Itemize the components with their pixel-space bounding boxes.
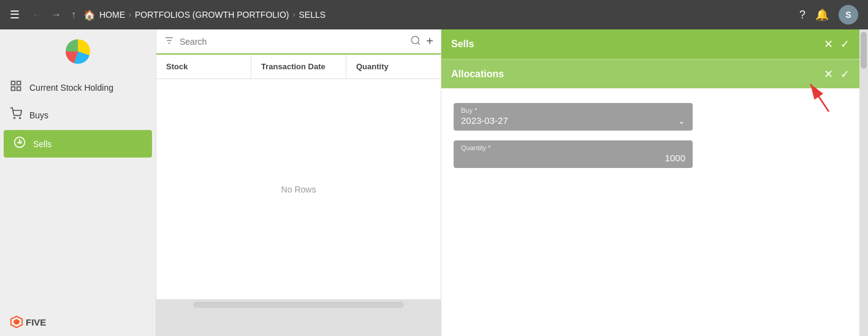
svg-rect-2: [17, 87, 21, 91]
sells-panel-header: Sells ✕ ✓: [441, 29, 859, 59]
app-logo-icon: [66, 39, 90, 64]
forward-button[interactable]: →: [49, 7, 64, 23]
breadcrumb-portfolios[interactable]: PORTFOLIOS (GROWTH PORTFOLIO): [135, 10, 289, 20]
quantity-label: Quantity *: [461, 144, 685, 151]
svg-rect-1: [17, 82, 21, 85]
bell-icon[interactable]: 🔔: [815, 8, 829, 21]
current-stock-icon: [10, 80, 22, 95]
right-scrollbar[interactable]: [859, 29, 868, 336]
table-bottom-bar: [156, 318, 441, 336]
sidebar: Current Stock Holding Buys: [0, 29, 156, 336]
menu-icon[interactable]: ☰: [10, 8, 20, 21]
sells-panel-title: Sells: [451, 39, 824, 50]
scrollbar-thumb: [861, 32, 867, 69]
five-logo: FIVE: [10, 315, 146, 329]
top-navigation: ☰ ← → ↑ 🏠 HOME › PORTFOLIOS (GROWTH PORT…: [0, 0, 868, 29]
five-logo-text: FIVE: [26, 317, 46, 327]
quantity-field-wrapper: Quantity * 1000: [454, 140, 693, 168]
breadcrumb-separator-2: ›: [293, 10, 295, 19]
search-icon[interactable]: [410, 35, 421, 48]
sidebar-item-current-stock[interactable]: Current Stock Holding: [0, 74, 156, 101]
svg-line-13: [418, 42, 420, 44]
help-icon[interactable]: ?: [799, 9, 805, 21]
sidebar-label-current-stock: Current Stock Holding: [29, 83, 113, 93]
buy-value-row: 2023-03-27 ⌄: [461, 115, 685, 126]
table-body: No Rows: [156, 79, 441, 299]
back-button[interactable]: ←: [29, 7, 44, 23]
search-toolbar: +: [156, 29, 441, 55]
breadcrumb: 🏠 HOME › PORTFOLIOS (GROWTH PORTFOLIO) ›…: [83, 9, 794, 21]
five-logo-icon: [10, 315, 23, 329]
nav-icons: ? 🔔 S: [799, 5, 858, 25]
svg-point-12: [412, 36, 419, 44]
buy-label: Buy *: [461, 107, 685, 114]
sidebar-footer: FIVE: [0, 308, 156, 336]
empty-message: No Rows: [281, 185, 316, 194]
col-header-transaction-date: Transaction Date: [251, 55, 346, 78]
sells-confirm-button[interactable]: ✓: [840, 37, 850, 51]
col-header-quantity: Quantity: [346, 55, 441, 78]
buy-value: 2023-03-27: [461, 115, 508, 126]
quantity-field: Quantity * 1000: [454, 140, 693, 168]
col-header-stock: Stock: [156, 55, 251, 78]
svg-point-4: [14, 118, 15, 119]
table-header: Stock Transaction Date Quantity: [156, 55, 441, 79]
content-area: + Stock Transaction Date Quantity No Row…: [156, 29, 441, 336]
add-button[interactable]: +: [426, 34, 433, 48]
sells-icon: [13, 136, 26, 151]
filter-icon[interactable]: [164, 35, 175, 48]
sells-close-button[interactable]: ✕: [824, 37, 833, 51]
buy-dropdown-arrow[interactable]: ⌄: [678, 116, 685, 126]
quantity-value: 1000: [461, 153, 685, 163]
svg-rect-3: [12, 87, 15, 91]
sidebar-item-sells[interactable]: Sells: [4, 130, 152, 158]
sidebar-label-sells: Sells: [33, 139, 51, 149]
allocations-panel-header: Allocations ✕ ✓: [441, 59, 859, 88]
table-footer: [156, 299, 441, 318]
sidebar-logo: [0, 29, 156, 74]
buy-field: Buy * 2023-03-27 ⌄: [454, 103, 693, 131]
sidebar-nav: Current Stock Holding Buys: [0, 74, 156, 308]
allocations-panel-title: Allocations: [451, 69, 824, 80]
buys-icon: [10, 107, 22, 123]
sidebar-label-buys: Buys: [29, 110, 48, 120]
breadcrumb-sells: SELLS: [299, 10, 326, 20]
form-area: Buy * 2023-03-27 ⌄ Quantity * 1000: [441, 88, 859, 336]
svg-rect-0: [12, 82, 15, 85]
allocations-confirm-button[interactable]: ✓: [840, 67, 850, 81]
panel-area: Sells ✕ ✓ Allocations ✕ ✓: [441, 29, 859, 336]
avatar[interactable]: S: [839, 5, 858, 25]
search-input[interactable]: [180, 37, 405, 47]
horizontal-scrollbar[interactable]: [193, 302, 404, 308]
home-icon: 🏠: [83, 9, 96, 21]
up-button[interactable]: ↑: [69, 7, 78, 23]
svg-marker-8: [13, 319, 19, 324]
home-label[interactable]: HOME: [99, 10, 125, 20]
breadcrumb-separator-1: ›: [129, 10, 131, 19]
sidebar-item-buys[interactable]: Buys: [0, 101, 156, 129]
main-layout: Current Stock Holding Buys: [0, 29, 868, 336]
buy-field-wrapper: Buy * 2023-03-27 ⌄: [454, 103, 693, 131]
svg-point-5: [20, 118, 21, 119]
allocations-close-button[interactable]: ✕: [824, 67, 833, 81]
